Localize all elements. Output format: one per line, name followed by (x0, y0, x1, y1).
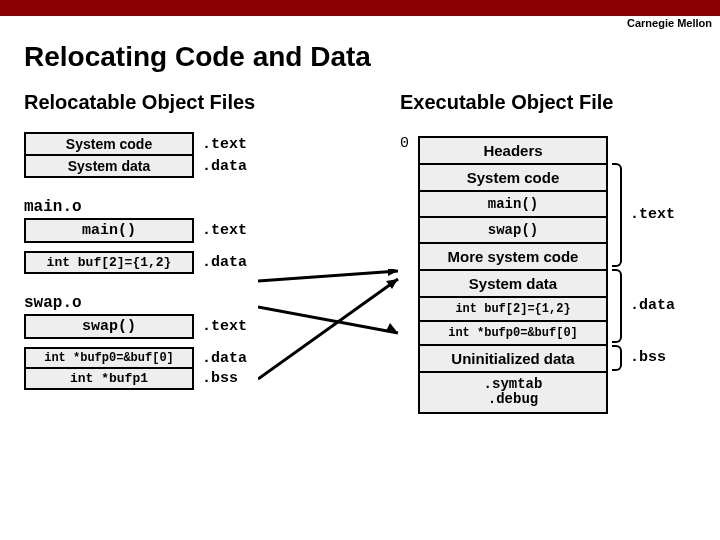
exec-symdbg: .symtab .debug (420, 373, 606, 412)
bracket-text (612, 163, 622, 267)
swap-bufp1-sect: .bss (202, 370, 238, 387)
swap-bufp0-box: int *bufp0=&buf[0] (24, 347, 194, 369)
institution-label: Carnegie Mellon (0, 16, 720, 29)
system-data-sect: .data (202, 158, 247, 175)
exec-swap: swap() (420, 218, 606, 244)
zero-label: 0 (400, 135, 409, 152)
main-fn-sect: .text (202, 222, 247, 239)
system-data-box: System data (24, 154, 194, 178)
page-title: Relocating Code and Data (24, 41, 720, 73)
exec-main: main() (420, 192, 606, 218)
main-fn-row: main() .text (24, 218, 364, 243)
arrow-swap-text (258, 277, 408, 387)
bracket-bss-label: .bss (630, 349, 666, 366)
main-obj-label: main.o (24, 198, 364, 216)
main-buf-box: int buf[2]={1,2} (24, 251, 194, 274)
exec-sysdata: System data (420, 271, 606, 298)
svg-line-4 (258, 279, 398, 379)
exec-bufp0: int *bufp0=&buf[0] (420, 322, 606, 346)
exec-syscode: System code (420, 165, 606, 192)
system-code-box: System code (24, 132, 194, 156)
top-bar (0, 0, 720, 16)
left-title: Relocatable Object Files (24, 91, 364, 114)
exec-uninit: Uninitialized data (420, 346, 606, 373)
main-buf-sect: .data (202, 254, 247, 271)
swap-bufp1-box: int *bufp1 (24, 367, 194, 390)
swap-fn-sect: .text (202, 318, 247, 335)
exec-headers: Headers (420, 138, 606, 165)
system-data-row: System data .data (24, 154, 364, 178)
right-column: Executable Object File 0 Headers System … (400, 91, 700, 414)
bracket-bss (612, 345, 622, 371)
right-title: Executable Object File (400, 91, 700, 114)
system-code-sect: .text (202, 136, 247, 153)
swap-bufp0-sect: .data (202, 350, 247, 367)
swap-fn-box: swap() (24, 314, 194, 339)
exec-stack: Headers System code main() swap() More s… (418, 136, 608, 414)
bracket-data-label: .data (630, 297, 675, 314)
exec-buf: int buf[2]={1,2} (420, 298, 606, 322)
system-code-row: System code .text (24, 132, 364, 156)
exec-moresys: More system code (420, 244, 606, 271)
bracket-data (612, 269, 622, 343)
main-fn-box: main() (24, 218, 194, 243)
bracket-text-label: .text (630, 206, 675, 223)
